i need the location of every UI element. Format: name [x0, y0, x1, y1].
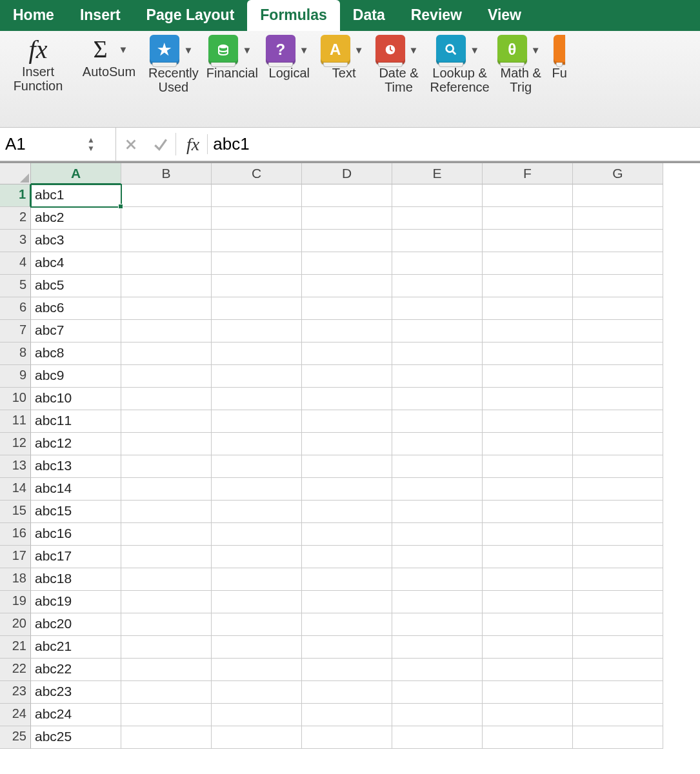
row-header-13[interactable]: 13	[0, 455, 31, 478]
cell-E25[interactable]	[392, 726, 483, 749]
financial-dropdown-icon[interactable]: ▼	[238, 45, 255, 55]
row-header-19[interactable]: 19	[0, 591, 31, 613]
row-header-23[interactable]: 23	[0, 681, 31, 704]
row-header-7[interactable]: 7	[0, 320, 31, 342]
cell-A14[interactable]: abc14	[31, 478, 121, 501]
cell-A23[interactable]: abc23	[31, 681, 121, 704]
cell-D4[interactable]	[302, 252, 392, 275]
cell-E20[interactable]	[392, 613, 483, 636]
enter-button[interactable]	[146, 128, 175, 161]
cell-C17[interactable]	[212, 546, 302, 568]
cell-F13[interactable]	[483, 455, 573, 478]
tab-formulas[interactable]: Formulas	[247, 0, 340, 31]
tab-home[interactable]: Home	[0, 0, 67, 31]
cell-F25[interactable]	[483, 726, 573, 749]
fill-handle[interactable]	[118, 204, 123, 209]
cell-E19[interactable]	[392, 591, 483, 613]
more-functions-group[interactable]: Fu	[548, 35, 567, 124]
row-header-16[interactable]: 16	[0, 523, 31, 546]
cell-C20[interactable]	[212, 613, 302, 636]
cell-D22[interactable]	[302, 659, 392, 681]
cell-F7[interactable]	[483, 320, 573, 342]
cell-G4[interactable]	[573, 252, 663, 275]
name-box[interactable]: ▲ ▼	[0, 128, 116, 161]
cell-E12[interactable]	[392, 433, 483, 455]
row-header-4[interactable]: 4	[0, 252, 31, 275]
cell-F11[interactable]	[483, 410, 573, 433]
cell-G10[interactable]	[573, 388, 663, 410]
cell-B4[interactable]	[121, 252, 212, 275]
cell-E8[interactable]	[392, 342, 483, 365]
cell-A4[interactable]: abc4	[31, 252, 121, 275]
cell-E7[interactable]	[392, 320, 483, 342]
cell-G5[interactable]	[573, 275, 663, 297]
cell-D8[interactable]	[302, 342, 392, 365]
cell-B22[interactable]	[121, 659, 212, 681]
lookup-group[interactable]: ▼ Lookup & Reference	[426, 35, 493, 124]
cell-F16[interactable]	[483, 523, 573, 546]
cell-G7[interactable]	[573, 320, 663, 342]
cell-B19[interactable]	[121, 591, 212, 613]
cell-B8[interactable]	[121, 342, 212, 365]
cell-C4[interactable]	[212, 252, 302, 275]
cell-D13[interactable]	[302, 455, 392, 478]
cell-E5[interactable]	[392, 275, 483, 297]
cell-A1[interactable]: abc1	[31, 184, 121, 207]
name-box-input[interactable]	[0, 134, 84, 154]
formula-input[interactable]	[208, 134, 700, 154]
logical-dropdown-icon[interactable]: ▼	[295, 45, 313, 55]
cell-C11[interactable]	[212, 410, 302, 433]
cell-B10[interactable]	[121, 388, 212, 410]
cell-D9[interactable]	[302, 365, 392, 388]
cell-D10[interactable]	[302, 388, 392, 410]
row-header-20[interactable]: 20	[0, 613, 31, 636]
cell-C6[interactable]	[212, 297, 302, 320]
cell-A5[interactable]: abc5	[31, 275, 121, 297]
cell-A25[interactable]: abc25	[31, 726, 121, 749]
cell-G11[interactable]	[573, 410, 663, 433]
cell-B25[interactable]	[121, 726, 212, 749]
cell-B24[interactable]	[121, 704, 212, 726]
date-time-group[interactable]: ▼ Date & Time	[372, 35, 426, 124]
financial-group[interactable]: ▼ Financial	[203, 35, 262, 124]
cell-F20[interactable]	[483, 613, 573, 636]
cell-A18[interactable]: abc18	[31, 568, 121, 591]
cell-G25[interactable]	[573, 726, 663, 749]
cell-E15[interactable]	[392, 501, 483, 523]
cell-F19[interactable]	[483, 591, 573, 613]
cell-E2[interactable]	[392, 207, 483, 230]
text-dropdown-icon[interactable]: ▼	[350, 45, 368, 55]
cell-G9[interactable]	[573, 365, 663, 388]
cell-G6[interactable]	[573, 297, 663, 320]
cell-G8[interactable]	[573, 342, 663, 365]
cell-E18[interactable]	[392, 568, 483, 591]
cell-D21[interactable]	[302, 636, 392, 659]
cell-D11[interactable]	[302, 410, 392, 433]
math-trig-dropdown-icon[interactable]: ▼	[527, 45, 545, 55]
cell-G20[interactable]	[573, 613, 663, 636]
cell-D12[interactable]	[302, 433, 392, 455]
row-header-17[interactable]: 17	[0, 546, 31, 568]
column-header-C[interactable]: C	[212, 163, 302, 184]
cell-D24[interactable]	[302, 704, 392, 726]
cell-G1[interactable]	[573, 184, 663, 207]
cell-E21[interactable]	[392, 636, 483, 659]
cell-A2[interactable]: abc2	[31, 207, 121, 230]
cell-A12[interactable]: abc12	[31, 433, 121, 455]
name-box-stepper[interactable]: ▲ ▼	[84, 137, 98, 152]
cell-B12[interactable]	[121, 433, 212, 455]
cell-B11[interactable]	[121, 410, 212, 433]
cell-B21[interactable]	[121, 636, 212, 659]
column-header-G[interactable]: G	[573, 163, 663, 184]
cell-C19[interactable]	[212, 591, 302, 613]
cell-G12[interactable]	[573, 433, 663, 455]
cell-G24[interactable]	[573, 704, 663, 726]
fx-label-icon[interactable]: fx	[176, 134, 207, 155]
cell-A3[interactable]: abc3	[31, 230, 121, 252]
cell-F12[interactable]	[483, 433, 573, 455]
cell-B20[interactable]	[121, 613, 212, 636]
select-all-corner[interactable]	[0, 163, 31, 184]
cell-F22[interactable]	[483, 659, 573, 681]
cell-B17[interactable]	[121, 546, 212, 568]
row-header-18[interactable]: 18	[0, 568, 31, 591]
